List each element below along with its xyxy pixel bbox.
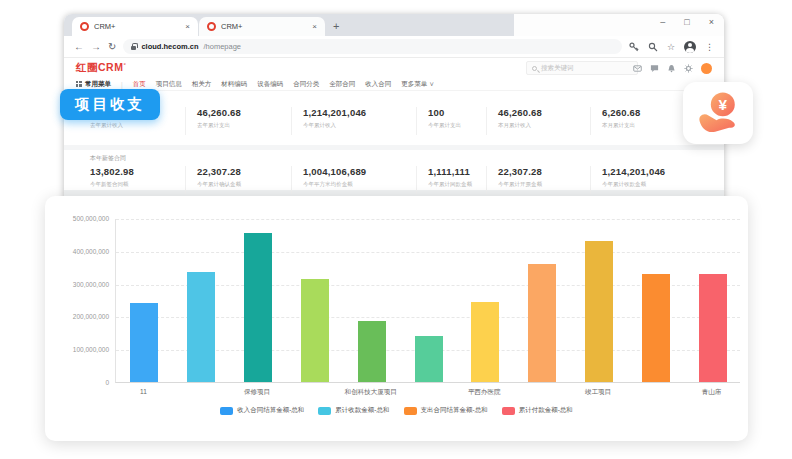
stat-label: 去年累计支出 [197, 121, 238, 129]
stat-item: 100今年累计支出 [416, 107, 464, 135]
new-tab-button[interactable]: + [333, 20, 339, 32]
window-close-button[interactable]: × [709, 17, 714, 27]
stat-value: 13,802.98 [90, 166, 134, 177]
browser-menu-icon[interactable]: ⋮ [705, 42, 714, 52]
bar[interactable] [471, 302, 499, 382]
legend-item[interactable]: 收入合同结算金额-总和 [220, 406, 304, 415]
bar[interactable] [699, 274, 727, 382]
bar[interactable] [130, 303, 158, 382]
address-bar: ← → ↻ cloud.hecom.cn/homepage ☆ ⋮ [64, 36, 724, 58]
nav-item[interactable]: 首页 [133, 80, 146, 89]
stats-row-summary: 23,820.79去年累计收入46,260.68去年累计支出1,214,201,… [64, 91, 724, 145]
bar[interactable] [585, 241, 613, 382]
stat-label: 去年累计收入 [90, 121, 131, 129]
nav-item[interactable]: 更多菜单 ∨ [401, 80, 434, 89]
all-menus-button[interactable]: 常用菜单 [76, 80, 111, 89]
url-omnibox[interactable]: cloud.hecom.cn/homepage [123, 39, 622, 54]
legend-item[interactable]: 累计收款金额-总和 [318, 406, 389, 415]
bar[interactable] [415, 336, 443, 382]
x-axis-category-label: 和创科技大厦项目 [329, 388, 413, 397]
stat-item: 6,260.68本月累计支出 [590, 107, 641, 135]
legend-label: 累计付款金额-总和 [519, 406, 573, 415]
nav-item[interactable]: 收入合同 [365, 80, 391, 89]
window-minimize-button[interactable]: – [660, 17, 665, 27]
tab-close-icon[interactable]: × [312, 22, 317, 31]
bar[interactable] [187, 272, 215, 382]
tab-crm-1[interactable]: CRM+ × [72, 17, 198, 36]
y-axis-tick-label: 500,000,000 [49, 215, 109, 222]
nav-item[interactable]: 材料编码 [221, 80, 247, 89]
nav-item[interactable]: 设备编码 [257, 80, 283, 89]
x-axis-category-label: 保修项目 [215, 388, 299, 397]
zoom-icon[interactable] [648, 42, 658, 52]
bar[interactable] [642, 274, 670, 382]
user-avatar[interactable] [701, 63, 712, 74]
stat-value: 46,260.68 [197, 107, 241, 118]
chat-icon[interactable] [650, 64, 659, 73]
legend-item[interactable]: 累计付款金额-总和 [502, 406, 573, 415]
bar[interactable] [244, 233, 272, 382]
bell-icon[interactable] [667, 64, 676, 73]
stat-value: 6,260.68 [602, 107, 641, 118]
window-maximize-button[interactable]: □ [684, 17, 689, 27]
tab-title: CRM+ [94, 22, 180, 31]
legend-swatch [220, 407, 233, 415]
reload-icon[interactable]: ↻ [108, 42, 116, 52]
key-icon[interactable] [629, 42, 639, 52]
back-icon[interactable]: ← [74, 42, 84, 52]
nav-item[interactable]: 合同分类 [293, 80, 319, 89]
x-axis-category-label: 青山庙 [670, 388, 754, 397]
tab-bar: CRM+ × CRM+ × + – □ × [64, 14, 724, 36]
nav-separator: | [121, 81, 123, 88]
search-icon [532, 66, 537, 71]
tab-title: CRM+ [221, 22, 307, 31]
nav-item[interactable]: 相关方 [192, 80, 212, 89]
grid-menu-icon [76, 81, 82, 87]
stat-label: 今年新签合同额 [90, 180, 131, 188]
browser-window: CRM+ × CRM+ × + – □ × ← → ↻ cloud.hecom.… [64, 14, 724, 204]
app-search-input[interactable]: 搜索关键词 [526, 61, 638, 75]
stat-item: 1,004,106,689今年平方米均价金额 [291, 166, 366, 194]
chart-legend: 收入合同结算金额-总和累计收款金额-总和支出合同结算金额-总和累计付款金额-总和 [45, 406, 748, 415]
tab-crm-2[interactable]: CRM+ × [199, 17, 325, 36]
app-header: 红圈CRM° 搜索关键词 [64, 58, 724, 78]
legend-label: 收入合同结算金额-总和 [237, 406, 304, 415]
stat-value: 22,307.28 [498, 166, 546, 177]
new-contracts-section: 本年新签合同 13,802.98今年新签合同额22,307.28今年累计确认金额… [64, 150, 724, 190]
y-axis-tick-label: 100,000,000 [49, 346, 109, 353]
stat-item: 46,260.68本月累计收入 [486, 107, 542, 135]
bar[interactable] [528, 264, 556, 382]
stat-item: 1,214,201,046今年累计收入 [291, 107, 366, 135]
bar[interactable] [301, 279, 329, 382]
money-in-hand-fab[interactable]: ¥ [683, 82, 753, 144]
stat-value: 22,307.28 [197, 166, 245, 177]
bookmark-star-icon[interactable]: ☆ [667, 42, 675, 52]
x-axis-category-label: 平西办医院 [442, 388, 526, 397]
bar[interactable] [358, 321, 386, 382]
gear-icon[interactable] [684, 64, 693, 73]
url-domain: cloud.hecom.cn [141, 42, 198, 51]
tab-close-icon[interactable]: × [185, 22, 190, 31]
crm-favicon [207, 22, 216, 31]
lock-icon [131, 46, 136, 50]
legend-item[interactable]: 支出合同结算金额-总和 [404, 406, 488, 415]
browser-profile-avatar[interactable] [684, 41, 696, 53]
y-axis-tick-label: 200,000,000 [49, 313, 109, 320]
nav-item[interactable]: 全部合同 [329, 80, 355, 89]
yen-symbol: ¥ [719, 96, 728, 113]
stat-value: 1,111,111 [428, 166, 476, 177]
hecom-crm-logo: 红圈CRM° [76, 61, 126, 75]
stat-value: 100 [428, 107, 464, 118]
mail-icon[interactable] [633, 64, 642, 73]
y-axis-tick-label: 300,000,000 [49, 281, 109, 288]
gridline [116, 252, 740, 253]
stat-label: 今年累计开票金额 [498, 180, 542, 188]
stat-value: 46,260.68 [498, 107, 542, 118]
nav-item[interactable]: 项目信息 [156, 80, 182, 89]
stat-item: 1,111,111今年累计回款金额 [416, 166, 476, 194]
forward-icon[interactable]: → [91, 42, 101, 52]
crm-favicon [80, 22, 89, 31]
x-axis-category-label: 11 [101, 388, 185, 395]
stat-item: 1,214,201,046今年累计收款金额 [590, 166, 665, 194]
stat-item: 22,307.28今年累计确认金额 [185, 166, 245, 194]
